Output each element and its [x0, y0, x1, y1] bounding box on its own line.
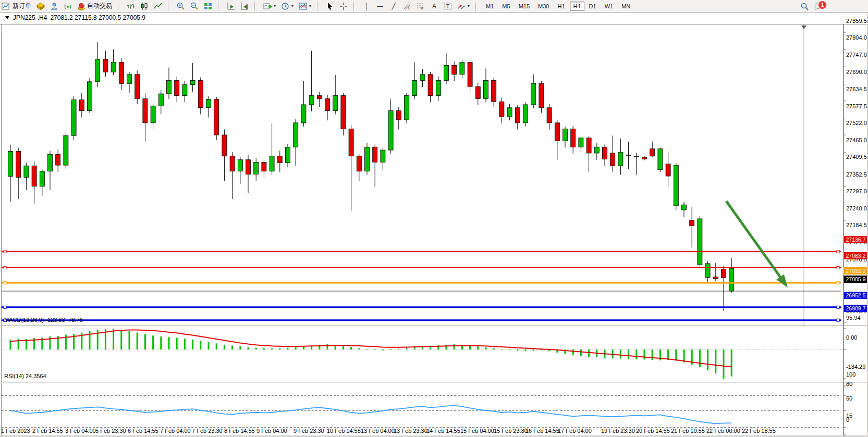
candle-body — [143, 98, 148, 122]
macd-histogram-bar — [208, 342, 210, 349]
line-handle[interactable] — [4, 306, 6, 308]
candle-body — [190, 80, 195, 84]
channel-icon[interactable]: E — [400, 1, 414, 12]
cursor-group — [322, 1, 352, 12]
timeframe-button-m30[interactable]: M30 — [534, 2, 553, 11]
macd-histogram-bar — [707, 349, 708, 370]
line-handle[interactable] — [837, 306, 839, 308]
price-tick-label: 27690.0 — [846, 69, 867, 75]
timeframe-button-w1[interactable]: W1 — [601, 2, 617, 11]
candlestick-chart-icon[interactable] — [138, 1, 151, 12]
trendline-icon[interactable]: ╱ — [387, 1, 400, 12]
templates-button[interactable]: ▾ — [296, 1, 314, 12]
timeframe-button-m15[interactable]: M15 — [515, 2, 533, 11]
line-handle[interactable] — [837, 266, 839, 269]
timeframe-button-mn[interactable]: MN — [618, 2, 634, 11]
chart-shift-icon[interactable] — [238, 1, 251, 12]
line-handle[interactable] — [837, 281, 839, 284]
candle-body — [238, 160, 242, 171]
chart-shift-marker[interactable] — [801, 26, 806, 29]
signals-icon[interactable] — [61, 1, 75, 12]
notification-badge[interactable]: 1 — [818, 1, 826, 9]
macd-histogram-bar — [525, 349, 527, 351]
candle-body — [270, 156, 274, 171]
macd-histogram-bar — [200, 341, 201, 349]
trend-arrow[interactable] — [726, 201, 780, 277]
line-handle[interactable] — [837, 319, 839, 321]
timeframe-button-h4[interactable]: H4 — [570, 2, 584, 11]
macd-histogram-bar — [176, 338, 178, 349]
tile-windows-icon[interactable] — [201, 1, 215, 12]
periods-button[interactable]: ▾ — [278, 1, 296, 12]
line-chart-icon[interactable] — [151, 1, 165, 12]
search-icon[interactable] — [798, 1, 811, 12]
candle-body — [317, 96, 322, 99]
symbol-dropdown-icon[interactable] — [5, 16, 10, 20]
timeframe-button-h1[interactable]: H1 — [554, 2, 568, 11]
arrows-tool-button[interactable]: ▾ — [455, 1, 472, 12]
candle-body — [610, 153, 615, 166]
price-line-label: 26952.5 — [843, 292, 868, 299]
candle-body — [531, 83, 536, 105]
candle-body — [64, 135, 68, 165]
candle-body — [603, 147, 607, 159]
line-handle[interactable] — [4, 250, 6, 253]
candle-body — [32, 166, 36, 186]
chart-area[interactable] — [0, 12, 868, 435]
label-tool-icon[interactable]: T — [441, 1, 455, 12]
timeframe-button-m1[interactable]: M1 — [482, 2, 497, 11]
accounts-icon[interactable] — [47, 1, 61, 12]
vertical-line-icon[interactable]: │ — [360, 1, 373, 12]
time-axis-label: 21 Feb 10:55 — [671, 428, 705, 434]
price-tick-label: 27859.5 — [846, 18, 867, 24]
cursor-icon[interactable] — [323, 1, 337, 12]
candle-body — [682, 205, 687, 210]
line-handle[interactable] — [4, 266, 6, 269]
time-axis-label: 3 Feb 04:00 — [65, 428, 96, 434]
toolbar-separator — [218, 2, 221, 11]
auto-scroll-icon[interactable] — [224, 1, 238, 12]
candle-body — [642, 157, 647, 159]
candle-body — [492, 80, 496, 102]
rsi-scale-value: 50 — [846, 395, 852, 402]
scroll-group — [223, 1, 253, 12]
new-chart-icon[interactable] — [2, 2, 10, 10]
price-tick-label: 27747.0 — [846, 52, 867, 58]
indicators-button[interactable]: ▾ — [261, 1, 278, 12]
candle-body — [618, 152, 623, 166]
zoom-out-icon[interactable] — [188, 1, 201, 12]
chart-canvas[interactable] — [0, 12, 868, 437]
rsi-scale-value: 80 — [846, 381, 852, 387]
time-axis-label: 9 Feb 04:00 — [256, 428, 287, 434]
crosshair-icon[interactable] — [337, 1, 350, 12]
candle-body — [119, 63, 124, 84]
rsi-scale-value: 0 — [846, 417, 849, 423]
zoom-in-icon[interactable] — [174, 1, 188, 12]
timeframe-button-d1[interactable]: D1 — [585, 2, 600, 11]
market-watch-icon[interactable] — [34, 1, 47, 12]
time-axis-label: 5 Feb 23:30 — [95, 428, 126, 434]
macd-histogram-bar — [374, 349, 376, 350]
autotrading-button[interactable]: 自动交易 — [75, 1, 115, 12]
macd-histogram-bar — [350, 347, 352, 349]
candle-body — [16, 151, 21, 177]
text-tool-icon[interactable]: A — [427, 1, 441, 12]
trend-arrow-head[interactable] — [776, 274, 788, 288]
candle-body — [515, 108, 520, 123]
line-handle[interactable] — [837, 250, 839, 253]
time-axis-label: 2 Feb 14:55 — [32, 428, 63, 434]
candle-body — [48, 154, 53, 171]
bar-chart-icon[interactable] — [124, 1, 138, 12]
line-handle[interactable] — [4, 281, 6, 284]
horizontal-line-icon[interactable]: — — [373, 1, 387, 12]
timeframe-button-m5[interactable]: M5 — [498, 2, 514, 11]
macd-histogram-bar — [533, 349, 534, 351]
macd-histogram-bar — [239, 346, 241, 349]
new-order-button[interactable]: 新订单 — [10, 1, 34, 12]
candle-body — [444, 65, 449, 80]
time-axis-label: 13 Feb 23:30 — [394, 428, 427, 434]
candle-body — [158, 94, 163, 106]
candle-body — [555, 123, 559, 141]
macd-histogram-bar — [390, 349, 392, 350]
fibonacci-icon[interactable]: F — [414, 1, 427, 12]
